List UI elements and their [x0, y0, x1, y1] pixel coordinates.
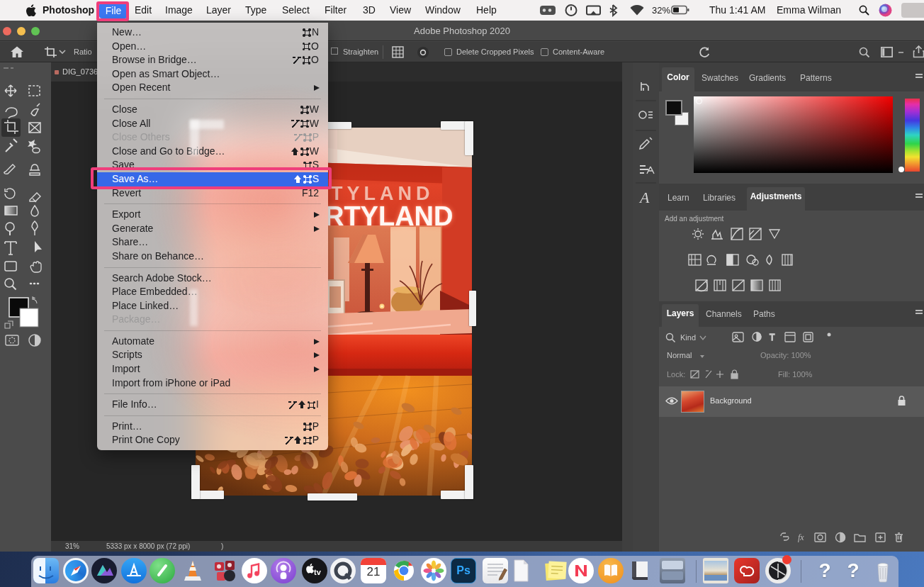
svg-text:fx: fx [798, 532, 804, 542]
svg-text:Kind: Kind [680, 333, 696, 342]
svg-text:T: T [770, 332, 775, 342]
svg-text:tv: tv [314, 568, 322, 576]
svg-text:A: A [638, 189, 650, 206]
